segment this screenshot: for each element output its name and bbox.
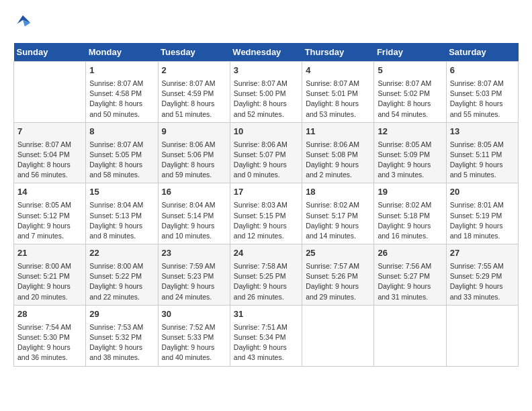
day-info: Sunrise: 8:04 AM Sunset: 5:13 PM Dayligh… [89, 200, 154, 241]
day-info: Sunrise: 7:55 AM Sunset: 5:29 PM Dayligh… [450, 261, 515, 302]
weekday-header-friday: Friday [374, 43, 446, 62]
day-info: Sunrise: 8:06 AM Sunset: 5:06 PM Dayligh… [162, 140, 226, 181]
calendar-cell: 7Sunrise: 8:07 AM Sunset: 5:04 PM Daylig… [14, 122, 86, 183]
calendar-cell: 1Sunrise: 8:07 AM Sunset: 4:58 PM Daylig… [86, 62, 158, 123]
day-info: Sunrise: 7:54 AM Sunset: 5:30 PM Dayligh… [17, 322, 82, 363]
day-info: Sunrise: 8:07 AM Sunset: 5:01 PM Dayligh… [306, 79, 370, 120]
day-info: Sunrise: 8:07 AM Sunset: 4:58 PM Dayligh… [89, 79, 154, 120]
day-number: 25 [306, 247, 370, 260]
day-number: 23 [162, 247, 226, 260]
calendar-cell: 19Sunrise: 8:02 AM Sunset: 5:18 PM Dayli… [374, 183, 446, 244]
calendar-cell: 29Sunrise: 7:53 AM Sunset: 5:32 PM Dayli… [86, 305, 158, 366]
calendar-cell: 27Sunrise: 7:55 AM Sunset: 5:29 PM Dayli… [446, 244, 518, 306]
day-number: 11 [306, 126, 370, 138]
day-info: Sunrise: 7:57 AM Sunset: 5:26 PM Dayligh… [306, 261, 370, 302]
day-number: 19 [378, 186, 442, 199]
day-info: Sunrise: 8:07 AM Sunset: 5:00 PM Dayligh… [234, 79, 298, 120]
day-info: Sunrise: 8:07 AM Sunset: 5:03 PM Dayligh… [450, 79, 515, 120]
day-info: Sunrise: 8:07 AM Sunset: 5:02 PM Dayligh… [378, 79, 442, 120]
calendar-cell: 12Sunrise: 8:05 AM Sunset: 5:09 PM Dayli… [374, 122, 446, 183]
day-number: 4 [306, 64, 370, 77]
day-number: 29 [89, 308, 154, 321]
day-info: Sunrise: 8:04 AM Sunset: 5:14 PM Dayligh… [162, 200, 226, 241]
calendar-cell: 28Sunrise: 7:54 AM Sunset: 5:30 PM Dayli… [14, 305, 86, 366]
weekday-header-sunday: Sunday [14, 43, 86, 62]
day-number: 5 [378, 64, 442, 77]
day-number: 21 [17, 247, 82, 260]
day-number: 10 [234, 126, 298, 138]
logo [13, 13, 35, 32]
day-number: 14 [17, 186, 82, 199]
day-number: 15 [89, 186, 154, 199]
day-number: 3 [234, 64, 298, 77]
calendar-cell: 16Sunrise: 8:04 AM Sunset: 5:14 PM Dayli… [158, 183, 230, 244]
day-number: 8 [89, 126, 154, 138]
calendar-cell: 10Sunrise: 8:06 AM Sunset: 5:07 PM Dayli… [230, 122, 302, 183]
calendar-cell: 25Sunrise: 7:57 AM Sunset: 5:26 PM Dayli… [302, 244, 374, 306]
day-info: Sunrise: 8:06 AM Sunset: 5:07 PM Dayligh… [234, 140, 298, 181]
day-number: 13 [450, 126, 515, 138]
calendar-cell: 9Sunrise: 8:06 AM Sunset: 5:06 PM Daylig… [158, 122, 230, 183]
calendar-cell: 26Sunrise: 7:56 AM Sunset: 5:27 PM Dayli… [374, 244, 446, 306]
day-number: 20 [450, 186, 515, 199]
day-number: 7 [17, 126, 82, 138]
day-number: 12 [378, 126, 442, 138]
day-number: 22 [89, 247, 154, 260]
day-info: Sunrise: 8:07 AM Sunset: 4:59 PM Dayligh… [162, 79, 226, 120]
page-header [13, 13, 519, 32]
weekday-header-thursday: Thursday [302, 43, 374, 62]
day-info: Sunrise: 8:06 AM Sunset: 5:08 PM Dayligh… [306, 140, 370, 181]
day-number: 31 [234, 308, 298, 321]
day-info: Sunrise: 7:56 AM Sunset: 5:27 PM Dayligh… [378, 261, 442, 302]
day-info: Sunrise: 8:00 AM Sunset: 5:22 PM Dayligh… [89, 261, 154, 302]
day-number: 28 [17, 308, 82, 321]
day-info: Sunrise: 7:51 AM Sunset: 5:34 PM Dayligh… [234, 322, 298, 363]
day-info: Sunrise: 8:00 AM Sunset: 5:21 PM Dayligh… [17, 261, 82, 302]
day-number: 2 [162, 64, 226, 77]
calendar-cell: 2Sunrise: 8:07 AM Sunset: 4:59 PM Daylig… [158, 62, 230, 123]
weekday-header-saturday: Saturday [446, 43, 518, 62]
calendar-cell: 14Sunrise: 8:05 AM Sunset: 5:12 PM Dayli… [14, 183, 86, 244]
calendar-cell: 6Sunrise: 8:07 AM Sunset: 5:03 PM Daylig… [446, 62, 518, 123]
calendar-cell: 24Sunrise: 7:58 AM Sunset: 5:25 PM Dayli… [230, 244, 302, 306]
calendar-cell: 3Sunrise: 8:07 AM Sunset: 5:00 PM Daylig… [230, 62, 302, 123]
day-info: Sunrise: 8:03 AM Sunset: 5:15 PM Dayligh… [234, 200, 298, 241]
weekday-header-monday: Monday [86, 43, 158, 62]
calendar-cell [446, 305, 518, 366]
day-number: 18 [306, 186, 370, 199]
day-number: 24 [234, 247, 298, 260]
calendar-cell [14, 62, 86, 123]
calendar-cell: 23Sunrise: 7:59 AM Sunset: 5:23 PM Dayli… [158, 244, 230, 306]
day-number: 17 [234, 186, 298, 199]
day-info: Sunrise: 8:05 AM Sunset: 5:12 PM Dayligh… [17, 200, 82, 241]
day-info: Sunrise: 8:02 AM Sunset: 5:17 PM Dayligh… [306, 200, 370, 241]
day-info: Sunrise: 7:58 AM Sunset: 5:25 PM Dayligh… [234, 261, 298, 302]
calendar-cell: 4Sunrise: 8:07 AM Sunset: 5:01 PM Daylig… [302, 62, 374, 123]
calendar-cell [374, 305, 446, 366]
weekday-header-wednesday: Wednesday [230, 43, 302, 62]
day-number: 1 [89, 64, 154, 77]
calendar-table: SundayMondayTuesdayWednesdayThursdayFrid… [13, 43, 519, 367]
weekday-header-tuesday: Tuesday [158, 43, 230, 62]
calendar-cell: 8Sunrise: 8:07 AM Sunset: 5:05 PM Daylig… [86, 122, 158, 183]
calendar-cell: 17Sunrise: 8:03 AM Sunset: 5:15 PM Dayli… [230, 183, 302, 244]
day-number: 16 [162, 186, 226, 199]
calendar-cell: 13Sunrise: 8:05 AM Sunset: 5:11 PM Dayli… [446, 122, 518, 183]
calendar-cell: 30Sunrise: 7:52 AM Sunset: 5:33 PM Dayli… [158, 305, 230, 366]
day-info: Sunrise: 7:52 AM Sunset: 5:33 PM Dayligh… [162, 322, 226, 363]
day-info: Sunrise: 8:07 AM Sunset: 5:05 PM Dayligh… [89, 140, 154, 181]
day-info: Sunrise: 8:02 AM Sunset: 5:18 PM Dayligh… [378, 200, 442, 241]
calendar-cell: 11Sunrise: 8:06 AM Sunset: 5:08 PM Dayli… [302, 122, 374, 183]
calendar-cell: 15Sunrise: 8:04 AM Sunset: 5:13 PM Dayli… [86, 183, 158, 244]
day-info: Sunrise: 7:53 AM Sunset: 5:32 PM Dayligh… [89, 322, 154, 363]
day-number: 27 [450, 247, 515, 260]
calendar-cell: 20Sunrise: 8:01 AM Sunset: 5:19 PM Dayli… [446, 183, 518, 244]
day-number: 26 [378, 247, 442, 260]
day-info: Sunrise: 8:01 AM Sunset: 5:19 PM Dayligh… [450, 200, 515, 241]
calendar-cell: 5Sunrise: 8:07 AM Sunset: 5:02 PM Daylig… [374, 62, 446, 123]
day-number: 6 [450, 64, 515, 77]
day-number: 30 [162, 308, 226, 321]
logo-icon [13, 13, 32, 32]
day-info: Sunrise: 8:07 AM Sunset: 5:04 PM Dayligh… [17, 140, 82, 181]
calendar-cell: 21Sunrise: 8:00 AM Sunset: 5:21 PM Dayli… [14, 244, 86, 306]
